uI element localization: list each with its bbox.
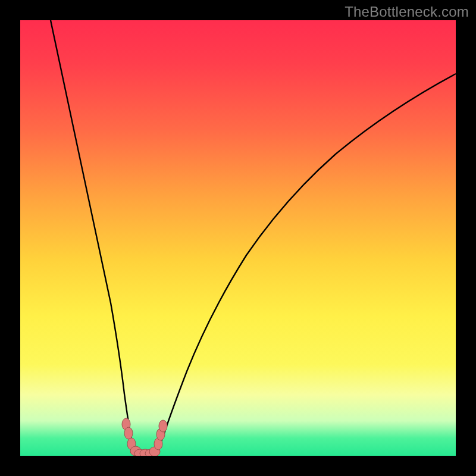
plot-area (20, 20, 456, 456)
right-branch-curve (154, 74, 456, 455)
marker-dot (159, 420, 167, 432)
marker-group (122, 418, 167, 456)
watermark-text: TheBottleneck.com (345, 4, 469, 20)
curve-layer (20, 20, 456, 456)
chart-frame: TheBottleneck.com (0, 0, 476, 476)
left-branch-curve (51, 20, 137, 455)
marker-dot (124, 427, 133, 439)
